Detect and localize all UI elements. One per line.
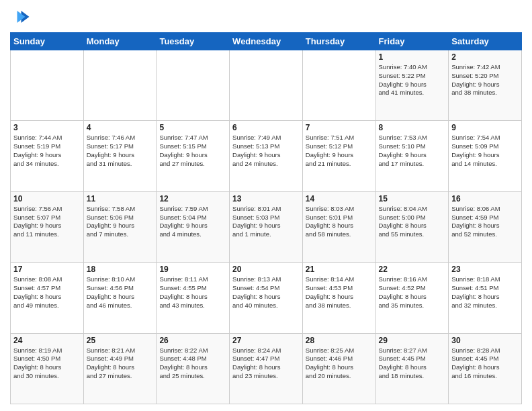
calendar-header-friday: Friday [375,33,449,50]
cell-day-number: 23 [451,265,519,274]
cell-day-number: 4 [87,123,154,132]
calendar-cell: 22Sunrise: 8:16 AM Sunset: 4:52 PM Dayli… [375,263,449,333]
calendar-cell: 1Sunrise: 7:40 AM Sunset: 5:22 PM Daylig… [375,50,449,121]
calendar-cell [230,50,303,121]
cell-info: Sunrise: 8:18 AM Sunset: 4:51 PM Dayligh… [451,275,519,310]
cell-day-number: 21 [306,265,373,274]
calendar-cell: 16Sunrise: 8:06 AM Sunset: 4:59 PM Dayli… [449,191,522,262]
calendar-header-wednesday: Wednesday [230,33,303,50]
logo-icon [10,7,30,27]
calendar-cell: 24Sunrise: 8:19 AM Sunset: 4:50 PM Dayli… [11,333,84,404]
cell-info: Sunrise: 8:21 AM Sunset: 4:49 PM Dayligh… [87,347,154,381]
calendar-table: SundayMondayTuesdayWednesdayThursdayFrid… [10,32,522,404]
cell-day-number: 17 [13,265,81,274]
calendar-cell: 20Sunrise: 8:13 AM Sunset: 4:54 PM Dayli… [230,263,303,333]
calendar-cell: 28Sunrise: 8:25 AM Sunset: 4:46 PM Dayli… [302,333,375,404]
calendar-cell: 18Sunrise: 8:10 AM Sunset: 4:56 PM Dayli… [83,263,157,333]
cell-info: Sunrise: 7:44 AM Sunset: 5:19 PM Dayligh… [13,134,81,168]
cell-day-number: 13 [232,194,300,203]
cell-info: Sunrise: 7:42 AM Sunset: 5:20 PM Dayligh… [451,63,519,97]
calendar-cell: 29Sunrise: 8:27 AM Sunset: 4:45 PM Dayli… [375,333,449,404]
cell-day-number: 1 [379,52,446,62]
calendar-cell [11,50,84,121]
cell-info: Sunrise: 8:28 AM Sunset: 4:45 PM Dayligh… [451,347,519,381]
calendar-week-2: 3Sunrise: 7:44 AM Sunset: 5:19 PM Daylig… [11,121,522,191]
cell-info: Sunrise: 8:22 AM Sunset: 4:48 PM Dayligh… [159,347,226,381]
calendar-cell: 11Sunrise: 7:58 AM Sunset: 5:06 PM Dayli… [83,191,157,262]
calendar-cell: 23Sunrise: 8:18 AM Sunset: 4:51 PM Dayli… [449,263,522,333]
calendar-cell: 19Sunrise: 8:11 AM Sunset: 4:55 PM Dayli… [157,263,230,333]
calendar-header-monday: Monday [83,33,157,50]
logo [10,7,33,27]
cell-day-number: 18 [87,265,154,274]
calendar-week-1: 1Sunrise: 7:40 AM Sunset: 5:22 PM Daylig… [11,50,522,121]
cell-day-number: 28 [306,336,373,345]
cell-day-number: 19 [159,265,226,274]
calendar-cell: 7Sunrise: 7:51 AM Sunset: 5:12 PM Daylig… [302,121,375,191]
cell-info: Sunrise: 8:25 AM Sunset: 4:46 PM Dayligh… [306,347,373,381]
cell-info: Sunrise: 8:08 AM Sunset: 4:57 PM Dayligh… [13,275,81,310]
page: SundayMondayTuesdayWednesdayThursdayFrid… [0,0,532,411]
calendar-header-row: SundayMondayTuesdayWednesdayThursdayFrid… [11,33,522,50]
calendar-header-thursday: Thursday [302,33,375,50]
cell-info: Sunrise: 7:59 AM Sunset: 5:04 PM Dayligh… [159,205,226,239]
calendar-cell: 10Sunrise: 7:56 AM Sunset: 5:07 PM Dayli… [11,191,84,262]
cell-day-number: 10 [13,194,81,203]
calendar-cell: 15Sunrise: 8:04 AM Sunset: 5:00 PM Dayli… [375,191,449,262]
cell-day-number: 30 [451,336,519,345]
cell-day-number: 29 [379,336,446,345]
cell-day-number: 6 [232,123,300,132]
cell-info: Sunrise: 7:46 AM Sunset: 5:17 PM Dayligh… [87,134,154,168]
cell-day-number: 9 [451,123,519,132]
cell-day-number: 8 [379,123,446,132]
calendar-cell: 4Sunrise: 7:46 AM Sunset: 5:17 PM Daylig… [83,121,157,191]
calendar-cell: 26Sunrise: 8:22 AM Sunset: 4:48 PM Dayli… [157,333,230,404]
calendar-cell: 3Sunrise: 7:44 AM Sunset: 5:19 PM Daylig… [11,121,84,191]
calendar-cell: 13Sunrise: 8:01 AM Sunset: 5:03 PM Dayli… [230,191,303,262]
cell-info: Sunrise: 7:58 AM Sunset: 5:06 PM Dayligh… [87,205,154,239]
calendar-week-4: 17Sunrise: 8:08 AM Sunset: 4:57 PM Dayli… [11,263,522,333]
cell-info: Sunrise: 8:04 AM Sunset: 5:00 PM Dayligh… [379,205,446,239]
calendar-cell: 2Sunrise: 7:42 AM Sunset: 5:20 PM Daylig… [449,50,522,121]
cell-info: Sunrise: 7:47 AM Sunset: 5:15 PM Dayligh… [159,134,226,168]
cell-day-number: 15 [379,194,446,203]
cell-info: Sunrise: 8:13 AM Sunset: 4:54 PM Dayligh… [232,275,300,310]
cell-info: Sunrise: 7:51 AM Sunset: 5:12 PM Dayligh… [306,134,373,168]
cell-day-number: 27 [232,336,300,345]
cell-info: Sunrise: 7:53 AM Sunset: 5:10 PM Dayligh… [379,134,446,168]
cell-day-number: 14 [306,194,373,203]
cell-info: Sunrise: 7:49 AM Sunset: 5:13 PM Dayligh… [232,134,300,168]
cell-info: Sunrise: 8:19 AM Sunset: 4:50 PM Dayligh… [13,347,81,381]
calendar-cell [83,50,157,121]
calendar-cell: 17Sunrise: 8:08 AM Sunset: 4:57 PM Dayli… [11,263,84,333]
cell-day-number: 22 [379,265,446,274]
cell-info: Sunrise: 8:14 AM Sunset: 4:53 PM Dayligh… [306,275,373,310]
cell-info: Sunrise: 8:03 AM Sunset: 5:01 PM Dayligh… [306,205,373,239]
cell-info: Sunrise: 8:27 AM Sunset: 4:45 PM Dayligh… [379,347,446,381]
calendar-cell: 9Sunrise: 7:54 AM Sunset: 5:09 PM Daylig… [449,121,522,191]
cell-info: Sunrise: 8:16 AM Sunset: 4:52 PM Dayligh… [379,275,446,310]
calendar-cell: 27Sunrise: 8:24 AM Sunset: 4:47 PM Dayli… [230,333,303,404]
cell-info: Sunrise: 8:24 AM Sunset: 4:47 PM Dayligh… [232,347,300,381]
cell-day-number: 16 [451,194,519,203]
calendar-cell: 5Sunrise: 7:47 AM Sunset: 5:15 PM Daylig… [157,121,230,191]
calendar-cell: 30Sunrise: 8:28 AM Sunset: 4:45 PM Dayli… [449,333,522,404]
cell-day-number: 20 [232,265,300,274]
calendar-header-tuesday: Tuesday [157,33,230,50]
calendar-header-sunday: Sunday [11,33,84,50]
cell-day-number: 7 [306,123,373,132]
calendar-cell: 6Sunrise: 7:49 AM Sunset: 5:13 PM Daylig… [230,121,303,191]
cell-day-number: 11 [87,194,154,203]
cell-info: Sunrise: 8:10 AM Sunset: 4:56 PM Dayligh… [87,275,154,310]
calendar-cell: 25Sunrise: 8:21 AM Sunset: 4:49 PM Dayli… [83,333,157,404]
calendar-cell [157,50,230,121]
cell-info: Sunrise: 7:40 AM Sunset: 5:22 PM Dayligh… [379,63,446,97]
cell-day-number: 12 [159,194,226,203]
calendar-cell [302,50,375,121]
header [10,7,522,27]
cell-info: Sunrise: 8:11 AM Sunset: 4:55 PM Dayligh… [159,275,226,310]
cell-day-number: 3 [13,123,81,132]
calendar-cell: 12Sunrise: 7:59 AM Sunset: 5:04 PM Dayli… [157,191,230,262]
calendar-week-3: 10Sunrise: 7:56 AM Sunset: 5:07 PM Dayli… [11,191,522,262]
calendar-cell: 14Sunrise: 8:03 AM Sunset: 5:01 PM Dayli… [302,191,375,262]
